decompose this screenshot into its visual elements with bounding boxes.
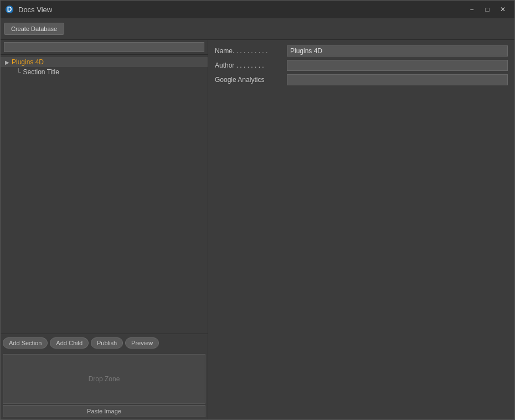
- drop-zone-container: Drop Zone Paste Image: [1, 352, 208, 419]
- drop-zone[interactable]: Drop Zone: [3, 354, 205, 404]
- drop-zone-label: Drop Zone: [89, 375, 120, 383]
- tree-area: ▶ Plugins 4D └ Section Title: [1, 55, 208, 334]
- tree-child-label: Section Title: [23, 68, 59, 76]
- close-button[interactable]: ✕: [496, 4, 510, 15]
- minimize-button[interactable]: −: [465, 4, 479, 15]
- analytics-input[interactable]: [287, 74, 508, 85]
- bottom-action-buttons: Add Section Add Child Publish Preview: [1, 334, 208, 352]
- tree-root-item[interactable]: ▶ Plugins 4D: [1, 57, 208, 67]
- title-bar-left: D Docs View: [5, 5, 52, 14]
- form-name-row: Name. . . . . . . . . .: [215, 45, 508, 57]
- window-title: Docs View: [18, 6, 52, 14]
- main-content: ▶ Plugins 4D └ Section Title Add Section…: [1, 40, 514, 419]
- tree-child-item[interactable]: └ Section Title: [1, 67, 208, 77]
- form-author-row: Author . . . . . . . .: [215, 60, 508, 71]
- preview-button[interactable]: Preview: [125, 337, 159, 349]
- add-child-button[interactable]: Add Child: [50, 337, 89, 349]
- paste-image-button[interactable]: Paste Image: [3, 405, 205, 417]
- main-window: D Docs View − □ ✕ Create Database ▶: [0, 0, 515, 420]
- form-analytics-row: Google Analytics: [215, 74, 508, 85]
- publish-button[interactable]: Publish: [91, 337, 123, 349]
- toolbar: Create Database: [1, 18, 514, 40]
- tree-connector-icon: └: [16, 68, 21, 76]
- search-bar: [1, 40, 208, 55]
- window-controls: − □ ✕: [465, 4, 510, 15]
- right-panel: Name. . . . . . . . . . Author . . . . .…: [208, 40, 514, 419]
- create-database-button[interactable]: Create Database: [4, 23, 64, 35]
- name-input[interactable]: [287, 45, 508, 57]
- tree-root-label: Plugins 4D: [12, 58, 44, 66]
- maximize-button[interactable]: □: [480, 4, 495, 15]
- add-section-button[interactable]: Add Section: [3, 337, 48, 349]
- author-label: Author . . . . . . . .: [215, 62, 287, 69]
- tree-arrow-icon: ▶: [5, 59, 9, 65]
- author-input[interactable]: [287, 60, 508, 71]
- svg-text:D: D: [7, 6, 12, 13]
- search-input[interactable]: [4, 42, 204, 52]
- app-icon: D: [5, 5, 14, 14]
- left-panel: ▶ Plugins 4D └ Section Title Add Section…: [1, 40, 208, 419]
- title-bar: D Docs View − □ ✕: [1, 1, 514, 18]
- name-label: Name. . . . . . . . . .: [215, 47, 287, 55]
- analytics-label: Google Analytics: [215, 76, 287, 84]
